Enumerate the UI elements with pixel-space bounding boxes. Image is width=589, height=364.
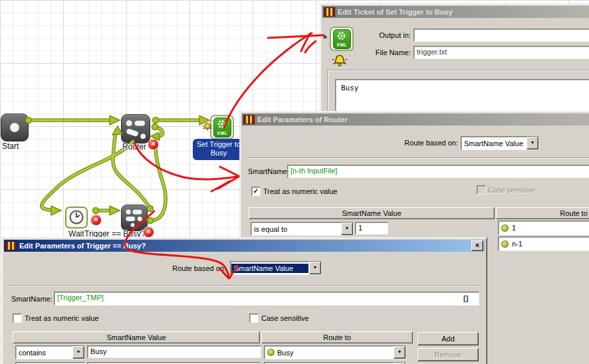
- node-router-label: Router: [122, 142, 146, 151]
- node-trigger-busy[interactable]: [121, 205, 148, 231]
- smartname-picker-button[interactable]: []: [463, 294, 468, 302]
- router-icon: [122, 115, 150, 143]
- file-name-label: File Name:: [360, 48, 411, 56]
- treat-numeric-label: Treat as numeric value: [263, 187, 337, 195]
- node-router[interactable]: [121, 114, 150, 143]
- node-wait[interactable]: [65, 207, 88, 228]
- close-icon[interactable]: ×: [471, 240, 483, 251]
- clock-icon: [68, 209, 85, 226]
- separator: [9, 285, 479, 286]
- value-field[interactable]: 1: [355, 222, 388, 234]
- operator-combo[interactable]: contains ▼: [15, 345, 85, 359]
- file-name-field[interactable]: trigger.txt: [413, 46, 589, 59]
- smartname-label: SmartName:: [248, 167, 289, 175]
- case-sensitive-label: Case sensitive: [261, 314, 309, 322]
- start-icon: [10, 123, 19, 132]
- separator: [248, 157, 589, 159]
- node-start[interactable]: [1, 114, 29, 141]
- chevron-down-icon[interactable]: ▼: [72, 346, 84, 359]
- dialog-edit-ticket: Edit Ticket of Set Trigger to Busy * XML…: [320, 3, 589, 121]
- ticket-icon: [5, 241, 17, 250]
- bell-icon: [330, 53, 349, 70]
- set-trigger-label-line2: Busy: [193, 149, 245, 157]
- xml-label: XML: [216, 131, 229, 136]
- error-x-icon: ×: [94, 215, 98, 223]
- route-to-column-header[interactable]: Route to: [261, 331, 413, 343]
- route-name: Busy: [277, 349, 293, 357]
- case-sensitive-checkbox[interactable]: ✓: [249, 314, 259, 323]
- chevron-down-icon[interactable]: ▼: [527, 137, 538, 149]
- case-sensitive-label: Case sensitive: [488, 186, 536, 194]
- chevron-down-icon[interactable]: ▼: [341, 223, 353, 235]
- dialog-title: Edit Parameters of Trigger == Busy?: [19, 242, 146, 250]
- node-set-trigger-label: Set Trigger to Busy: [193, 139, 245, 160]
- connection-dot-icon: [501, 225, 509, 232]
- dialog-edit-ticket-titlebar[interactable]: Edit Ticket of Set Trigger to Busy: [322, 6, 589, 18]
- combo-value: contains: [16, 348, 72, 357]
- smartname-field[interactable]: [n-th InputFile]: [287, 165, 589, 178]
- route-based-on-combo[interactable]: SmartName Value ▼: [461, 136, 539, 150]
- node-set-trigger[interactable]: XML: [210, 115, 234, 139]
- dialog-trigger-titlebar[interactable]: Edit Parameters of Trigger == Busy? ×: [4, 240, 485, 252]
- router-icon: [122, 205, 147, 230]
- combo-value: SmartName Value: [461, 139, 527, 148]
- set-trigger-label-line1: Set Trigger to: [193, 140, 245, 149]
- xml-doc-icon: XML: [213, 118, 231, 137]
- case-sensitive-checkbox: ✓: [477, 185, 486, 195]
- route-based-on-label: Route based on:: [345, 139, 458, 147]
- gear-icon: [334, 31, 349, 41]
- smartname-label: SmartName:: [11, 295, 53, 303]
- error-x-icon: ×: [146, 227, 150, 235]
- operator-combo[interactable]: is equal to ▼: [251, 222, 354, 236]
- add-button[interactable]: Add: [417, 332, 479, 345]
- treat-numeric-checkbox[interactable]: ✓: [251, 187, 261, 196]
- route-name: n-1: [512, 240, 523, 248]
- error-x-icon: ×: [151, 139, 155, 147]
- chevron-down-icon[interactable]: ▼: [309, 262, 321, 274]
- remove-button: Remove: [417, 348, 479, 361]
- xml-flow-element-icon: XML: [330, 27, 354, 51]
- bell-icon-small: [201, 122, 213, 133]
- route-name: 1: [512, 224, 516, 232]
- dialog-router-titlebar[interactable]: Edit Parameters of Router: [242, 114, 589, 126]
- chevron-down-icon[interactable]: ▼: [394, 346, 406, 359]
- ticket-icon: [243, 115, 255, 124]
- connection-dot-icon: [267, 349, 275, 356]
- asterisk-icon: *: [323, 33, 327, 44]
- dialog-title: Edit Ticket of Set Trigger to Busy: [338, 8, 453, 16]
- router-error-badge: ×: [148, 139, 159, 150]
- combo-value: is equal to: [251, 225, 341, 234]
- output-in-field[interactable]: [413, 29, 589, 42]
- combo-value-selected: SmartName Value: [231, 264, 308, 273]
- combo-value: Busy: [265, 348, 394, 357]
- route-cell-2[interactable]: n-1: [498, 236, 589, 251]
- dialog-title: Edit Parameters of Router: [257, 116, 348, 124]
- dialog-trigger-params: Edit Parameters of Trigger == Busy? × Ro…: [1, 237, 487, 364]
- route-based-on-label: Route based on:: [113, 264, 226, 272]
- smartname-field[interactable]: [Trigger_TMP]: [54, 292, 479, 306]
- xml-doc-icon: XML: [333, 29, 351, 49]
- ticket-icon: [324, 7, 335, 17]
- node-start-label: Start: [2, 141, 19, 151]
- check-icon: ✓: [253, 187, 259, 195]
- value-field[interactable]: Busy: [87, 345, 261, 358]
- output-in-label: Output in:: [360, 31, 411, 39]
- treat-numeric-label: Treat as numeric value: [25, 314, 98, 322]
- trigger-error-badge: ×: [143, 227, 154, 238]
- route-to-combo[interactable]: Busy ▼: [264, 345, 406, 359]
- gear-icon: [214, 119, 229, 130]
- xml-label: XML: [336, 43, 348, 47]
- treat-numeric-checkbox[interactable]: ✓: [13, 314, 22, 323]
- smartname-value-column-header[interactable]: SmartName Value: [13, 331, 260, 343]
- route-based-on-combo[interactable]: SmartName Value ▼: [230, 261, 322, 275]
- connection-dot-icon: [501, 240, 509, 248]
- route-cell-1[interactable]: 1: [498, 221, 589, 235]
- wait-error-badge: ×: [90, 215, 102, 226]
- route-to-column-header[interactable]: Route to: [496, 207, 589, 219]
- smartname-value-column-header[interactable]: SmartName Value: [249, 207, 495, 219]
